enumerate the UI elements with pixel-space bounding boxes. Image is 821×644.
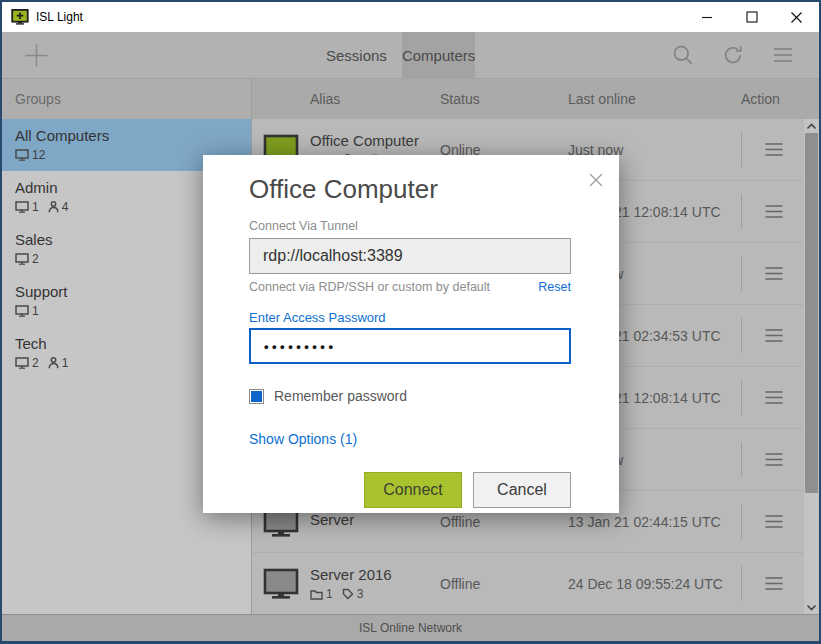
row-action-cell — [741, 243, 804, 304]
row-action-menu-button[interactable] — [764, 142, 784, 157]
row-hamburger-icon — [764, 266, 784, 281]
row-icon-cell — [252, 568, 310, 599]
scroll-up-button[interactable] — [804, 119, 819, 133]
table-row[interactable]: Server 2016 1 3 Offline 24 Dec 18 09:55:… — [252, 553, 804, 614]
row-action-menu-button[interactable] — [764, 266, 784, 281]
close-icon — [588, 172, 604, 188]
column-action: Action — [741, 91, 819, 107]
toolbar-right-icons — [672, 32, 819, 78]
window-title: ISL Light — [36, 10, 83, 24]
computer-status: Offline — [440, 576, 568, 592]
row-alias-cell: Server — [310, 511, 440, 532]
computers-count-badge: 12 — [15, 148, 45, 162]
row-hamburger-icon — [764, 390, 784, 405]
column-status[interactable]: Status — [440, 91, 568, 107]
computer-alias: Server — [310, 511, 440, 528]
tag-count-badge: 3 — [342, 587, 364, 601]
badge-count: 2 — [32, 252, 39, 266]
computers-count-badge: 2 — [15, 356, 39, 370]
chevron-up-icon — [806, 123, 817, 130]
badge-count: 4 — [62, 200, 69, 214]
minimize-icon — [701, 11, 713, 23]
badge-count: 1 — [326, 587, 333, 601]
row-hamburger-icon — [764, 328, 784, 343]
folder-count-badge: 1 — [310, 587, 333, 601]
row-action-menu-button[interactable] — [764, 328, 784, 343]
computer-alias: Office Computer — [310, 132, 440, 149]
table-header: Alias Status Last online Action — [252, 79, 819, 119]
window-controls — [684, 2, 819, 32]
badge-count: 12 — [32, 148, 45, 162]
computer-monitor-icon — [263, 568, 299, 599]
remember-password-row: Remember password — [249, 388, 573, 404]
close-button[interactable] — [774, 2, 819, 32]
scrollbar-thumb[interactable] — [805, 133, 818, 493]
computer-last-online: 13 Jan 21 02:44:15 UTC — [568, 514, 741, 530]
monitor-icon — [15, 201, 29, 213]
toolbar-tabs: Sessions Computers — [311, 32, 475, 78]
tab-label: Computers — [402, 47, 475, 64]
connect-button[interactable]: Connect — [364, 472, 462, 508]
row-hamburger-icon — [764, 576, 784, 591]
statusbar-text: ISL Online Network — [359, 621, 462, 635]
monitor-icon — [15, 149, 29, 161]
computer-alias: Server 2016 — [310, 566, 440, 583]
toolbar-tab[interactable]: Sessions — [311, 32, 402, 78]
column-last-online[interactable]: Last online — [568, 91, 741, 107]
users-count-badge: 1 — [48, 356, 69, 370]
cancel-button[interactable]: Cancel — [473, 472, 571, 508]
remember-password-label: Remember password — [274, 388, 407, 404]
close-icon — [790, 11, 803, 24]
checkbox-fill — [251, 391, 262, 402]
hamburger-icon — [772, 46, 794, 64]
badge-count: 1 — [62, 356, 69, 370]
tunnel-input[interactable]: rdp://localhost:3389 — [249, 238, 571, 274]
titlebar: ISL Light — [2, 2, 819, 32]
password-input[interactable]: ••••••••• — [249, 328, 571, 364]
app-window: ISL Light Sessions Computers Groups — [0, 0, 821, 644]
vertical-scrollbar[interactable] — [804, 119, 819, 614]
computer-badges: 1 3 — [310, 587, 440, 601]
menu-button[interactable] — [772, 46, 794, 64]
plus-icon — [23, 42, 50, 69]
row-action-cell — [741, 181, 804, 242]
row-action-menu-button[interactable] — [764, 514, 784, 529]
monitor-icon — [15, 357, 29, 369]
scroll-down-button[interactable] — [804, 600, 819, 614]
dialog-close-button[interactable] — [588, 172, 604, 188]
row-action-cell — [741, 119, 804, 180]
statusbar: ISL Online Network — [2, 614, 819, 641]
person-icon — [48, 357, 59, 369]
dialog-buttons: Connect Cancel — [249, 472, 571, 508]
password-label[interactable]: Enter Access Password — [249, 310, 573, 325]
row-action-menu-button[interactable] — [764, 576, 784, 591]
badge-count: 2 — [32, 356, 39, 370]
search-button[interactable] — [672, 44, 694, 66]
show-options-link[interactable]: Show Options (1) — [249, 431, 573, 447]
row-hamburger-icon — [764, 514, 784, 529]
app-icon — [11, 9, 29, 25]
reset-link[interactable]: Reset — [538, 280, 571, 294]
computers-count-badge: 1 — [15, 304, 39, 318]
refresh-button[interactable] — [722, 44, 744, 66]
row-action-menu-button[interactable] — [764, 390, 784, 405]
row-action-menu-button[interactable] — [764, 452, 784, 467]
row-hamburger-icon — [764, 204, 784, 219]
add-button[interactable] — [23, 42, 50, 69]
groups-header: Groups — [2, 79, 251, 119]
row-action-menu-button[interactable] — [764, 204, 784, 219]
tab-label: Sessions — [326, 47, 387, 64]
monitor-icon — [15, 253, 29, 265]
search-icon — [672, 44, 694, 66]
row-hamburger-icon — [764, 452, 784, 467]
row-action-cell — [741, 429, 804, 490]
row-alias-cell: Server 2016 1 3 — [310, 566, 440, 601]
toolbar-tab[interactable]: Computers — [402, 32, 475, 78]
remember-password-checkbox[interactable] — [249, 389, 264, 404]
maximize-button[interactable] — [729, 2, 774, 32]
minimize-button[interactable] — [684, 2, 729, 32]
column-alias[interactable]: Alias — [310, 91, 440, 107]
tunnel-label: Connect Via Tunnel — [249, 219, 573, 233]
folder-icon — [310, 589, 323, 600]
users-count-badge: 4 — [48, 200, 69, 214]
